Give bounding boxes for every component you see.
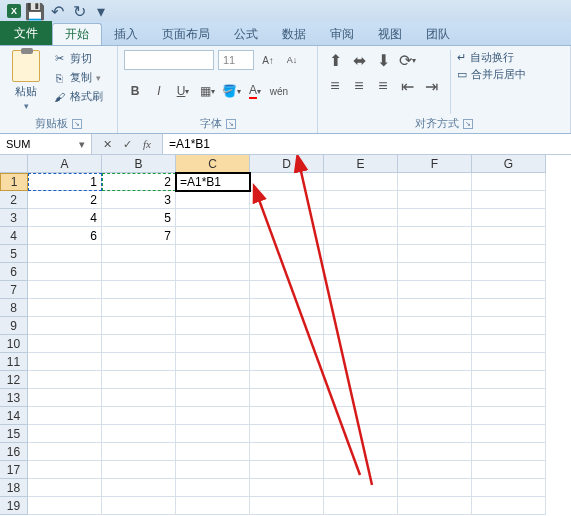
cell[interactable]	[102, 389, 176, 407]
column-header[interactable]: B	[102, 155, 176, 173]
italic-button[interactable]: I	[148, 80, 170, 102]
cell[interactable]	[176, 227, 250, 245]
border-button[interactable]: ▦▾	[196, 80, 218, 102]
cell[interactable]	[102, 317, 176, 335]
cell[interactable]	[176, 299, 250, 317]
cell[interactable]: 2	[102, 173, 176, 191]
cell[interactable]	[472, 227, 546, 245]
row-header[interactable]: 10	[0, 335, 28, 353]
cell[interactable]: 1	[28, 173, 102, 191]
cell[interactable]	[28, 479, 102, 497]
cell[interactable]	[398, 335, 472, 353]
cell[interactable]	[398, 425, 472, 443]
column-header[interactable]: C	[176, 155, 250, 173]
cell[interactable]	[28, 299, 102, 317]
fill-color-button[interactable]: 🪣▾	[220, 80, 242, 102]
cell[interactable]: 4	[28, 209, 102, 227]
cell[interactable]	[472, 497, 546, 515]
cell[interactable]	[250, 263, 324, 281]
row-header[interactable]: 5	[0, 245, 28, 263]
column-header[interactable]: D	[250, 155, 324, 173]
cell[interactable]	[250, 497, 324, 515]
cell[interactable]	[28, 281, 102, 299]
column-header[interactable]: G	[472, 155, 546, 173]
cell[interactable]	[176, 479, 250, 497]
select-all-corner[interactable]	[0, 155, 28, 173]
row-header[interactable]: 6	[0, 263, 28, 281]
cell[interactable]	[28, 335, 102, 353]
cell[interactable]	[324, 263, 398, 281]
cell[interactable]	[398, 389, 472, 407]
row-header[interactable]: 13	[0, 389, 28, 407]
wrap-text-button[interactable]: ↵自动换行	[457, 50, 526, 65]
cell[interactable]	[176, 407, 250, 425]
cell[interactable]	[324, 389, 398, 407]
insert-function-button[interactable]: fx	[140, 137, 154, 151]
cell[interactable]	[250, 209, 324, 227]
cell[interactable]	[472, 479, 546, 497]
row-header[interactable]: 3	[0, 209, 28, 227]
increase-font-button[interactable]: A↑	[258, 50, 278, 70]
align-center-button[interactable]: ≡	[348, 76, 370, 96]
cell[interactable]	[250, 335, 324, 353]
cell[interactable]	[472, 209, 546, 227]
cell[interactable]	[28, 263, 102, 281]
cell[interactable]	[472, 389, 546, 407]
cell[interactable]	[176, 209, 250, 227]
column-header[interactable]: A	[28, 155, 102, 173]
cell[interactable]	[250, 389, 324, 407]
cell[interactable]	[102, 281, 176, 299]
align-middle-button[interactable]: ⬌	[348, 50, 370, 70]
cell[interactable]: 2	[28, 191, 102, 209]
save-button[interactable]: 💾	[26, 3, 44, 19]
align-left-button[interactable]: ≡	[324, 76, 346, 96]
increase-indent-button[interactable]: ⇥	[420, 76, 442, 96]
cell[interactable]	[28, 443, 102, 461]
team-tab[interactable]: 团队	[414, 23, 462, 45]
align-bottom-button[interactable]: ⬇	[372, 50, 394, 70]
font-color-button[interactable]: A▾	[244, 80, 266, 102]
cell[interactable]	[176, 461, 250, 479]
cell[interactable]	[102, 461, 176, 479]
cell[interactable]	[324, 335, 398, 353]
cell[interactable]	[176, 353, 250, 371]
cancel-formula-button[interactable]: ✕	[100, 137, 114, 151]
row-header[interactable]: 1	[0, 173, 28, 191]
cell[interactable]	[398, 317, 472, 335]
cell[interactable]	[324, 425, 398, 443]
row-header[interactable]: 18	[0, 479, 28, 497]
cell[interactable]	[398, 407, 472, 425]
cell[interactable]	[472, 461, 546, 479]
cell[interactable]	[398, 353, 472, 371]
column-header[interactable]: F	[398, 155, 472, 173]
cell[interactable]	[398, 227, 472, 245]
cell[interactable]	[102, 479, 176, 497]
cell[interactable]	[324, 227, 398, 245]
cell[interactable]	[250, 299, 324, 317]
row-header[interactable]: 19	[0, 497, 28, 515]
cell[interactable]	[102, 335, 176, 353]
cell[interactable]	[472, 191, 546, 209]
align-launcher[interactable]: ↘	[463, 119, 473, 129]
underline-button[interactable]: U▾	[172, 80, 194, 102]
align-right-button[interactable]: ≡	[372, 76, 394, 96]
merge-center-button[interactable]: ▭合并后居中	[457, 67, 526, 82]
cell[interactable]	[324, 317, 398, 335]
cell[interactable]	[102, 263, 176, 281]
font-size-select[interactable]: 11	[218, 50, 254, 70]
cell[interactable]	[324, 443, 398, 461]
cell[interactable]	[28, 425, 102, 443]
cell[interactable]	[398, 281, 472, 299]
cell[interactable]: 5	[102, 209, 176, 227]
format-painter-button[interactable]: 🖌格式刷	[50, 88, 105, 105]
qat-dropdown[interactable]: ▾	[92, 3, 110, 19]
cell[interactable]	[398, 191, 472, 209]
font-family-select[interactable]	[124, 50, 214, 70]
cell[interactable]	[472, 299, 546, 317]
cell[interactable]	[176, 389, 250, 407]
cell[interactable]	[324, 479, 398, 497]
row-header[interactable]: 9	[0, 317, 28, 335]
home-tab[interactable]: 开始	[52, 23, 102, 45]
cell[interactable]	[28, 407, 102, 425]
cell[interactable]	[250, 317, 324, 335]
